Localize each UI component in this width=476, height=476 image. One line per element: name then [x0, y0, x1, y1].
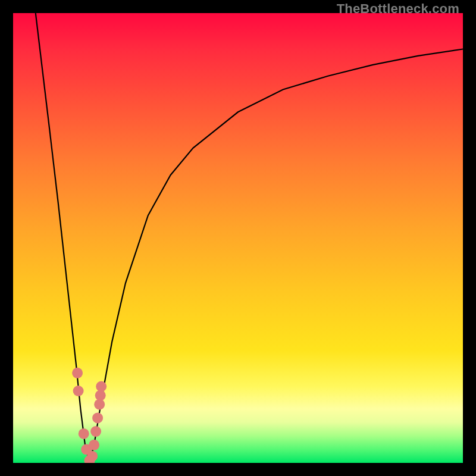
measured-point	[72, 368, 83, 378]
measured-point	[92, 412, 103, 423]
chart-svg	[13, 13, 463, 463]
measured-point	[73, 386, 84, 396]
measured-point	[79, 428, 89, 439]
measured-point	[90, 426, 101, 437]
measured-point	[89, 440, 99, 450]
measured-point	[87, 451, 98, 462]
chart-frame: TheBottleneck.com	[0, 0, 476, 476]
plot-area	[13, 13, 463, 463]
measured-point	[96, 381, 107, 392]
